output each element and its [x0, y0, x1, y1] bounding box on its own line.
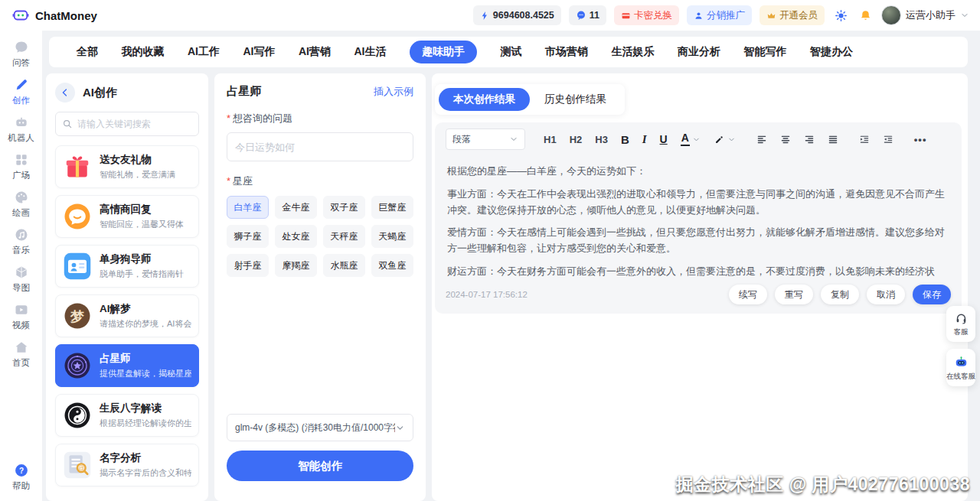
toolbar-button-h3[interactable]: H3	[590, 129, 612, 149]
support-button[interactable]: 客服	[946, 306, 975, 342]
zodiac-chip-狮子座[interactable]: 狮子座	[227, 225, 269, 248]
tab-全部[interactable]: 全部	[77, 45, 98, 59]
theme-sun-icon[interactable]	[832, 7, 849, 24]
tab-AI工作[interactable]: AI工作	[188, 45, 220, 59]
tab-AI写作[interactable]: AI写作	[243, 45, 276, 59]
back-button[interactable]	[55, 83, 75, 102]
app-item-title: 生辰八字解读	[100, 402, 191, 415]
zodiac-chip-天蝎座[interactable]: 天蝎座	[371, 225, 413, 248]
tab-市场营销[interactable]: 市场营销	[545, 45, 588, 59]
toolbar-button-u[interactable]: U	[655, 129, 672, 149]
sidebar-item-创作[interactable]: 创作	[12, 77, 30, 106]
app-item-占星师[interactable]: 占星师提供星盘解读，揭秘星座…	[55, 344, 199, 387]
model-select[interactable]: glm-4v (多模态) (消耗30电力值/1000字符)	[227, 414, 413, 441]
zodiac-chip-摩羯座[interactable]: 摩羯座	[275, 254, 317, 277]
toolbar-button-align-justify[interactable]	[823, 129, 843, 149]
zodiac-chip-白羊座[interactable]: 白羊座	[227, 196, 269, 219]
app-item-AI解梦[interactable]: 梦AI解梦请描述你的梦境，AI将会…	[55, 294, 199, 337]
home-icon	[14, 340, 29, 355]
header-badge-red[interactable]: 卡密兑换	[614, 5, 679, 25]
notification-bell-icon[interactable]	[857, 7, 874, 24]
robot-icon	[14, 115, 29, 130]
side-rail: 问答创作机器人广场绘画音乐导图视频首页?帮助	[0, 31, 42, 501]
toolbar-button-i[interactable]: I	[638, 129, 652, 149]
music-icon	[14, 227, 29, 242]
toolbar-button-indent[interactable]	[878, 129, 898, 149]
toolbar-button-b[interactable]: B	[616, 129, 634, 149]
paragraph-style-select[interactable]: 段落	[446, 129, 525, 150]
toolbar-button-more[interactable]: •••	[910, 129, 932, 149]
avatar	[881, 5, 901, 25]
editor-content[interactable]: 根据您的星座——白羊座，今天的运势如下：事业方面：今天在工作中会表现出强烈的进取…	[435, 156, 962, 280]
zodiac-chip-水瓶座[interactable]: 水瓶座	[323, 254, 365, 277]
question-input[interactable]	[227, 132, 413, 161]
credits-pill[interactable]: 9694608.4525	[473, 5, 561, 25]
sidebar-item-视频[interactable]: 视频	[12, 302, 30, 331]
action-button-续写[interactable]: 续写	[729, 285, 767, 304]
sidebar-item-问答[interactable]: 问答	[12, 40, 30, 69]
badge-label: 卡密兑换	[634, 9, 672, 22]
app-item-subtitle: 根据易经理论解读你的生…	[100, 418, 191, 429]
tab-生活娱乐[interactable]: 生活娱乐	[612, 45, 655, 59]
ai-creation-panel: AI创作 送女友礼物智能礼物，爱意满满高情商回复智能回应，温馨又得体单身狗导师脱…	[46, 73, 208, 501]
sidebar-item-label: 首页	[12, 357, 30, 369]
app-item-生辰八字解读[interactable]: 生辰八字解读根据易经理论解读你的生…	[55, 394, 199, 437]
user-menu[interactable]: 运营小助手	[881, 5, 969, 25]
zodiac-chip-双子座[interactable]: 双子座	[323, 196, 365, 219]
toolbar-button-highlight[interactable]	[709, 129, 740, 149]
result-tab-本次创作结果[interactable]: 本次创作结果	[439, 88, 530, 111]
sidebar-item-帮助[interactable]: ?帮助	[12, 463, 30, 492]
sidebar-item-机器人[interactable]: 机器人	[8, 115, 34, 144]
app-item-名字分析[interactable]: @名字分析揭示名字背后的含义和特点	[55, 444, 199, 486]
sidebar-item-首页[interactable]: 首页	[12, 340, 30, 369]
app-item-高情商回复[interactable]: 高情商回复智能回应，温馨又得体	[55, 195, 199, 238]
tab-我的收藏[interactable]: 我的收藏	[122, 45, 165, 59]
astrologer-form-panel: 占星师 插入示例 *想咨询的问题 *星座 白羊座金牛座双子座巨蟹座狮子座处女座天…	[214, 73, 426, 501]
sidebar-item-音乐[interactable]: 音乐	[12, 227, 30, 256]
tab-测试[interactable]: 测试	[501, 45, 522, 59]
action-button-保存[interactable]: 保存	[913, 285, 951, 304]
tab-智捷办公[interactable]: 智捷办公	[810, 45, 853, 59]
app-item-单身狗导师[interactable]: 单身狗导师脱单助手，爱情指南针	[55, 245, 199, 288]
tab-商业分析[interactable]: 商业分析	[678, 45, 720, 59]
header-badge-blue[interactable]: 分销推广	[687, 5, 752, 25]
toolbar-button-font-color[interactable]: A	[676, 129, 705, 149]
insert-example-link[interactable]: 插入示例	[374, 85, 413, 99]
message-count-pill[interactable]: 11	[569, 5, 606, 25]
sidebar-item-label: 帮助	[12, 480, 30, 492]
help-icon: ?	[14, 463, 29, 478]
sidebar-item-绘画[interactable]: 绘画	[12, 190, 30, 219]
toolbar-button-h1[interactable]: H1	[539, 129, 561, 149]
sidebar-item-导图[interactable]: 导图	[12, 265, 30, 294]
app-logo-icon	[12, 7, 29, 24]
sidebar-item-label: 音乐	[12, 245, 30, 256]
tab-AI营销[interactable]: AI营销	[299, 45, 331, 59]
generate-button[interactable]: 智能创作	[227, 451, 413, 481]
sidebar-item-广场[interactable]: 广场	[12, 152, 30, 181]
toolbar-button-align-center[interactable]	[776, 129, 795, 149]
toolbar-button-outdent[interactable]	[854, 129, 874, 149]
zodiac-chip-双鱼座[interactable]: 双鱼座	[371, 254, 413, 277]
zodiac-chip-金牛座[interactable]: 金牛座	[275, 196, 317, 219]
result-tab-历史创作结果[interactable]: 历史创作结果	[530, 88, 621, 111]
chat-smile-icon	[63, 202, 92, 231]
tab-AI生活[interactable]: AI生活	[354, 45, 387, 59]
action-button-重写[interactable]: 重写	[775, 285, 813, 304]
toolbar-button-align-left[interactable]	[752, 129, 772, 149]
zodiac-chip-射手座[interactable]: 射手座	[227, 254, 269, 277]
toolbar-button-align-right[interactable]	[799, 129, 819, 149]
zodiac-chip-巨蟹座[interactable]: 巨蟹座	[371, 196, 413, 219]
tab-趣味助手[interactable]: 趣味助手	[410, 41, 477, 63]
online-support-button[interactable]: 在线客服	[946, 349, 975, 386]
tab-智能写作[interactable]: 智能写作	[744, 45, 787, 59]
header-badge-gold[interactable]: 开通会员	[760, 5, 825, 25]
svg-text:梦: 梦	[70, 309, 85, 324]
action-button-取消[interactable]: 取消	[867, 285, 905, 304]
toolbar-button-h2[interactable]: H2	[565, 129, 587, 149]
search-input[interactable]	[77, 119, 196, 129]
app-item-送女友礼物[interactable]: 送女友礼物智能礼物，爱意满满	[55, 145, 199, 188]
gift-icon	[63, 152, 92, 181]
action-button-复制[interactable]: 复制	[821, 285, 859, 304]
zodiac-chip-处女座[interactable]: 处女座	[275, 225, 317, 248]
zodiac-chip-天秤座[interactable]: 天秤座	[323, 225, 365, 248]
